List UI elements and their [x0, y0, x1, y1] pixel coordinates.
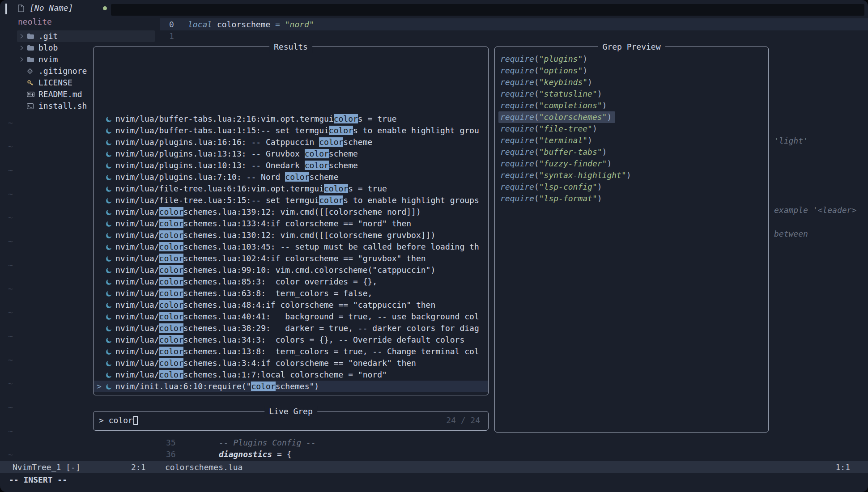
result-row[interactable]: nvim/lua/plugins.lua:7:10: -- Nord color… [94, 171, 488, 183]
match-highlight: color [324, 184, 348, 193]
result-row[interactable]: nvim/lua/colorschemes.lua:133:4:if color… [94, 218, 488, 229]
result-row[interactable]: nvim/lua/colorschemes.lua:85:3: color_ov… [94, 276, 488, 288]
result-row[interactable]: nvim/lua/colorschemes.lua:1:7:local colo… [94, 369, 488, 381]
match-highlight: color [159, 312, 183, 321]
lua-moon-icon [106, 139, 115, 146]
result-text: nvim/lua/colorschemes.lua:3:4:if colorsc… [115, 357, 416, 369]
result-text: nvim/init.lua:6:10:require("colorschemes… [115, 381, 319, 392]
mode-indicator: -- INSERT -- [9, 473, 67, 487]
lua-moon-icon [106, 255, 115, 262]
require-token: require [500, 170, 534, 180]
require-token: require [500, 159, 534, 168]
file-icon [18, 4, 25, 12]
require-token: require [500, 112, 534, 122]
text-cursor [133, 416, 138, 425]
key-icon [27, 80, 38, 86]
result-text: nvim/lua/colorschemes.lua:34:3: colors =… [115, 334, 464, 346]
string-token: "plugins" [539, 54, 583, 64]
result-row[interactable]: nvim/lua/file-tree.lua:5:15:-- set termg… [94, 195, 488, 206]
preview-line: require("syntax-highlight") [500, 170, 766, 181]
tree-item-label: LICENSE [38, 77, 72, 89]
tilde-marker: ~ [8, 372, 13, 395]
result-row[interactable]: nvim/lua/colorschemes.lua:130:12: vim.cm… [94, 229, 488, 241]
result-row[interactable]: nvim/lua/file-tree.lua:6:16:vim.opt.term… [94, 183, 488, 195]
prompt-value: color [109, 411, 133, 429]
match-highlight: color [159, 347, 183, 356]
string-token: "file-tree" [539, 124, 592, 133]
tilde-marker: ~ [8, 324, 13, 348]
identifier-token: colorscheme [217, 20, 275, 29]
folder-icon [27, 45, 38, 51]
result-text: nvim/lua/colorschemes.lua:1:7:local colo… [115, 369, 387, 381]
tree-item-label: .gitignore [38, 65, 87, 77]
result-row[interactable]: nvim/lua/colorschemes.lua:99:10: vim.cmd… [94, 264, 488, 276]
match-highlight: color [159, 370, 183, 379]
string-token: "lsp-config" [539, 182, 597, 191]
preview-line-text: require("statusline") [500, 89, 602, 98]
grep-prompt-input[interactable]: > color [99, 411, 138, 429]
preview-line: require("terminal") [500, 135, 766, 146]
tilde-marker: ~ [8, 206, 13, 229]
lua-moon-icon [106, 267, 115, 274]
require-token: require [500, 147, 534, 157]
live-grep-window[interactable]: Live Grep > color 24 / 24 [93, 411, 489, 431]
lua-moon-icon [106, 372, 115, 378]
paren-token: ( [534, 124, 539, 133]
modified-dot-icon [103, 6, 107, 10]
paren-token: ( [534, 77, 539, 87]
live-grep-title: Live Grep [264, 406, 317, 417]
result-row[interactable]: nvim/lua/plugins.lua:13:13: -- Gruvbox c… [94, 148, 488, 160]
result-row[interactable]: nvim/lua/buffer-tabs.lua:1:15:-- set ter… [94, 125, 488, 136]
result-text: nvim/lua/file-tree.lua:6:16:vim.opt.term… [115, 183, 387, 195]
buffer-tab[interactable]: [No Name] [18, 2, 107, 14]
preview-line: require("fuzzy-finder") [500, 158, 766, 170]
result-text: nvim/lua/colorschemes.lua:130:12: vim.cm… [115, 229, 435, 241]
folder-icon [27, 33, 38, 39]
paren-token: ) [587, 77, 592, 87]
result-row[interactable]: nvim/lua/colorschemes.lua:38:29: darker … [94, 322, 488, 334]
string-token: "keybinds" [539, 77, 587, 87]
match-highlight: color [159, 219, 183, 228]
result-row[interactable]: nvim/lua/colorschemes.lua:13:8: term_col… [94, 346, 488, 357]
tree-item-git[interactable]: .git [17, 30, 155, 42]
string-token: "nord" [285, 20, 314, 29]
tilde-marker: ~ [8, 229, 13, 253]
tilde-marker: ~ [8, 395, 13, 419]
tree-item-label: blob [38, 42, 58, 54]
require-token: require [500, 124, 534, 133]
result-text: nvim/lua/colorschemes.lua:133:4:if color… [115, 218, 411, 229]
preview-line-text: require("lsp-config") [500, 182, 602, 191]
result-row[interactable]: nvim/lua/colorschemes.lua:3:4:if colorsc… [94, 357, 488, 369]
result-row[interactable]: nvim/lua/colorschemes.lua:63:8: term_col… [94, 288, 488, 299]
result-row[interactable]: nvim/lua/buffer-tabs.lua:2:16:vim.opt.te… [94, 113, 488, 125]
result-row[interactable]: nvim/lua/colorschemes.lua:139:12: vim.cm… [94, 206, 488, 218]
match-highlight: color [329, 126, 353, 135]
result-row[interactable]: nvim/lua/colorschemes.lua:103:45: -- set… [94, 241, 488, 253]
result-text: nvim/lua/plugins.lua:16:16: -- Catppucci… [115, 136, 372, 148]
paren-token: ) [597, 89, 602, 98]
require-token: require [500, 136, 534, 145]
preview-line: require("buffer-tabs") [500, 146, 766, 158]
match-highlight: color [159, 335, 183, 344]
lua-moon-icon [106, 279, 115, 285]
preview-line-text: require("options") [500, 66, 587, 75]
paren-token: ) [583, 66, 587, 75]
match-highlight: color [319, 137, 343, 147]
lua-moon-icon [106, 162, 115, 169]
result-row[interactable]: nvim/lua/colorschemes.lua:40:41: backgro… [94, 311, 488, 322]
lua-moon-icon [106, 314, 115, 320]
result-row[interactable]: nvim/lua/colorschemes.lua:48:4:if colors… [94, 299, 488, 311]
result-row[interactable]: nvim/lua/plugins.lua:10:13: -- Onedark c… [94, 160, 488, 171]
result-text: nvim/lua/plugins.lua:10:13: -- Onedark c… [115, 160, 358, 171]
tilde-marker: ~ [8, 419, 13, 443]
line-number: 35 [166, 437, 176, 449]
preview-line-text: require("completions") [500, 101, 607, 110]
paren-token: ) [626, 170, 631, 180]
result-row[interactable]: nvim/lua/colorschemes.lua:34:3: colors =… [94, 334, 488, 346]
string-token: "buffer-tabs" [539, 147, 602, 157]
result-row[interactable]: >nvim/init.lua:6:10:require("colorscheme… [94, 381, 488, 392]
result-row[interactable]: nvim/lua/colorschemes.lua:102:4:if color… [94, 253, 488, 264]
result-row[interactable]: nvim/lua/plugins.lua:16:16: -- Catppucci… [94, 136, 488, 148]
project-title: neolite [18, 16, 52, 28]
preview-line-text: require("lsp-format") [500, 194, 602, 203]
